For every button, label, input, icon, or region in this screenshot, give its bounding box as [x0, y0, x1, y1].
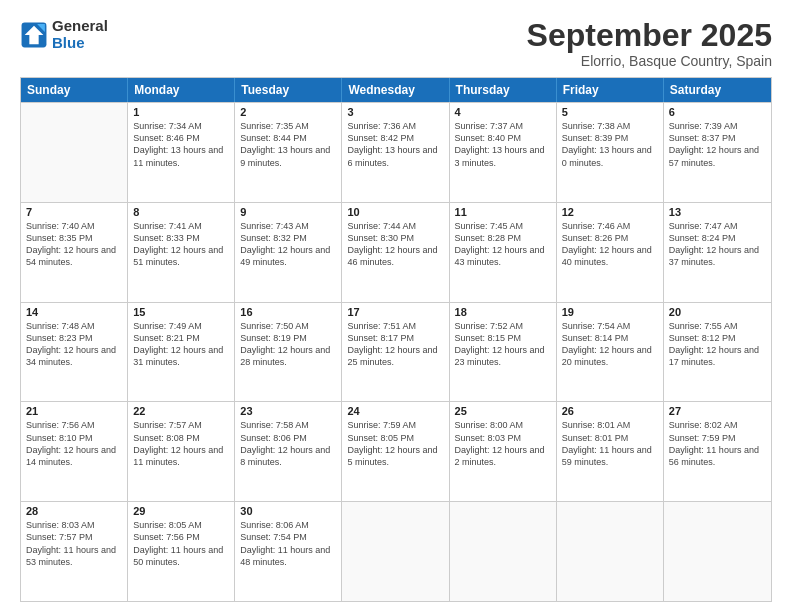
cal-cell-w4-d7: 27Sunrise: 8:02 AMSunset: 7:59 PMDayligh… [664, 402, 771, 501]
cal-cell-w1-d6: 5Sunrise: 7:38 AMSunset: 8:39 PMDaylight… [557, 103, 664, 202]
day-number: 21 [26, 405, 122, 417]
sunrise-text: Sunrise: 7:46 AM [562, 220, 658, 232]
calendar-week-3: 14Sunrise: 7:48 AMSunset: 8:23 PMDayligh… [21, 302, 771, 402]
cal-cell-w2-d4: 10Sunrise: 7:44 AMSunset: 8:30 PMDayligh… [342, 203, 449, 302]
day-number: 9 [240, 206, 336, 218]
main-title: September 2025 [527, 18, 772, 53]
day-number: 30 [240, 505, 336, 517]
day-number: 16 [240, 306, 336, 318]
daylight-text: Daylight: 12 hours and 2 minutes. [455, 444, 551, 468]
day-number: 17 [347, 306, 443, 318]
sunrise-text: Sunrise: 7:51 AM [347, 320, 443, 332]
daylight-text: Daylight: 12 hours and 23 minutes. [455, 344, 551, 368]
cal-cell-w1-d7: 6Sunrise: 7:39 AMSunset: 8:37 PMDaylight… [664, 103, 771, 202]
day-number: 23 [240, 405, 336, 417]
day-number: 15 [133, 306, 229, 318]
daylight-text: Daylight: 11 hours and 53 minutes. [26, 544, 122, 568]
sunrise-text: Sunrise: 7:35 AM [240, 120, 336, 132]
cal-cell-w5-d2: 29Sunrise: 8:05 AMSunset: 7:56 PMDayligh… [128, 502, 235, 601]
sunset-text: Sunset: 8:44 PM [240, 132, 336, 144]
sunset-text: Sunset: 8:21 PM [133, 332, 229, 344]
day-number: 24 [347, 405, 443, 417]
cal-cell-w4-d5: 25Sunrise: 8:00 AMSunset: 8:03 PMDayligh… [450, 402, 557, 501]
cal-cell-w3-d7: 20Sunrise: 7:55 AMSunset: 8:12 PMDayligh… [664, 303, 771, 402]
daylight-text: Daylight: 13 hours and 9 minutes. [240, 144, 336, 168]
day-number: 8 [133, 206, 229, 218]
daylight-text: Daylight: 12 hours and 57 minutes. [669, 144, 766, 168]
sunrise-text: Sunrise: 7:58 AM [240, 419, 336, 431]
cal-cell-w3-d6: 19Sunrise: 7:54 AMSunset: 8:14 PMDayligh… [557, 303, 664, 402]
sunrise-text: Sunrise: 7:41 AM [133, 220, 229, 232]
sunrise-text: Sunrise: 7:54 AM [562, 320, 658, 332]
sunrise-text: Sunrise: 7:55 AM [669, 320, 766, 332]
daylight-text: Daylight: 12 hours and 5 minutes. [347, 444, 443, 468]
logo: General Blue [20, 18, 108, 51]
cal-cell-w5-d6 [557, 502, 664, 601]
daylight-text: Daylight: 12 hours and 51 minutes. [133, 244, 229, 268]
cal-cell-w1-d5: 4Sunrise: 7:37 AMSunset: 8:40 PMDaylight… [450, 103, 557, 202]
daylight-text: Daylight: 12 hours and 31 minutes. [133, 344, 229, 368]
cal-cell-w2-d1: 7Sunrise: 7:40 AMSunset: 8:35 PMDaylight… [21, 203, 128, 302]
sunrise-text: Sunrise: 7:40 AM [26, 220, 122, 232]
sunset-text: Sunset: 8:23 PM [26, 332, 122, 344]
cal-cell-w4-d6: 26Sunrise: 8:01 AMSunset: 8:01 PMDayligh… [557, 402, 664, 501]
subtitle: Elorrio, Basque Country, Spain [527, 53, 772, 69]
sunrise-text: Sunrise: 7:38 AM [562, 120, 658, 132]
sunrise-text: Sunrise: 7:52 AM [455, 320, 551, 332]
sunrise-text: Sunrise: 8:05 AM [133, 519, 229, 531]
sunset-text: Sunset: 8:32 PM [240, 232, 336, 244]
sunrise-text: Sunrise: 7:34 AM [133, 120, 229, 132]
daylight-text: Daylight: 11 hours and 48 minutes. [240, 544, 336, 568]
day-number: 18 [455, 306, 551, 318]
sunset-text: Sunset: 8:30 PM [347, 232, 443, 244]
cal-cell-w3-d4: 17Sunrise: 7:51 AMSunset: 8:17 PMDayligh… [342, 303, 449, 402]
daylight-text: Daylight: 13 hours and 3 minutes. [455, 144, 551, 168]
day-number: 22 [133, 405, 229, 417]
calendar-body: 1Sunrise: 7:34 AMSunset: 8:46 PMDaylight… [21, 102, 771, 601]
cal-cell-w2-d7: 13Sunrise: 7:47 AMSunset: 8:24 PMDayligh… [664, 203, 771, 302]
cal-cell-w5-d1: 28Sunrise: 8:03 AMSunset: 7:57 PMDayligh… [21, 502, 128, 601]
sunrise-text: Sunrise: 7:57 AM [133, 419, 229, 431]
sunset-text: Sunset: 8:26 PM [562, 232, 658, 244]
cal-cell-w5-d3: 30Sunrise: 8:06 AMSunset: 7:54 PMDayligh… [235, 502, 342, 601]
day-number: 27 [669, 405, 766, 417]
sunset-text: Sunset: 7:59 PM [669, 432, 766, 444]
sunrise-text: Sunrise: 8:02 AM [669, 419, 766, 431]
daylight-text: Daylight: 12 hours and 8 minutes. [240, 444, 336, 468]
calendar-week-4: 21Sunrise: 7:56 AMSunset: 8:10 PMDayligh… [21, 401, 771, 501]
header-saturday: Saturday [664, 78, 771, 102]
cal-cell-w1-d3: 2Sunrise: 7:35 AMSunset: 8:44 PMDaylight… [235, 103, 342, 202]
sunset-text: Sunset: 8:10 PM [26, 432, 122, 444]
cal-cell-w5-d5 [450, 502, 557, 601]
day-number: 4 [455, 106, 551, 118]
sunset-text: Sunset: 8:28 PM [455, 232, 551, 244]
day-number: 28 [26, 505, 122, 517]
sunset-text: Sunset: 8:01 PM [562, 432, 658, 444]
day-number: 10 [347, 206, 443, 218]
sunrise-text: Sunrise: 7:59 AM [347, 419, 443, 431]
sunset-text: Sunset: 8:05 PM [347, 432, 443, 444]
sunset-text: Sunset: 8:40 PM [455, 132, 551, 144]
daylight-text: Daylight: 12 hours and 20 minutes. [562, 344, 658, 368]
sunset-text: Sunset: 8:39 PM [562, 132, 658, 144]
calendar: Sunday Monday Tuesday Wednesday Thursday… [20, 77, 772, 602]
logo-icon [20, 21, 48, 49]
sunset-text: Sunset: 8:42 PM [347, 132, 443, 144]
day-number: 11 [455, 206, 551, 218]
daylight-text: Daylight: 13 hours and 0 minutes. [562, 144, 658, 168]
day-number: 20 [669, 306, 766, 318]
sunset-text: Sunset: 8:17 PM [347, 332, 443, 344]
day-number: 6 [669, 106, 766, 118]
cal-cell-w1-d4: 3Sunrise: 7:36 AMSunset: 8:42 PMDaylight… [342, 103, 449, 202]
title-section: September 2025 Elorrio, Basque Country, … [527, 18, 772, 69]
sunset-text: Sunset: 8:03 PM [455, 432, 551, 444]
cal-cell-w4-d2: 22Sunrise: 7:57 AMSunset: 8:08 PMDayligh… [128, 402, 235, 501]
header-wednesday: Wednesday [342, 78, 449, 102]
day-number: 25 [455, 405, 551, 417]
cal-cell-w5-d7 [664, 502, 771, 601]
sunset-text: Sunset: 8:12 PM [669, 332, 766, 344]
daylight-text: Daylight: 12 hours and 11 minutes. [133, 444, 229, 468]
sunset-text: Sunset: 7:56 PM [133, 531, 229, 543]
sunset-text: Sunset: 7:54 PM [240, 531, 336, 543]
cal-cell-w2-d2: 8Sunrise: 7:41 AMSunset: 8:33 PMDaylight… [128, 203, 235, 302]
